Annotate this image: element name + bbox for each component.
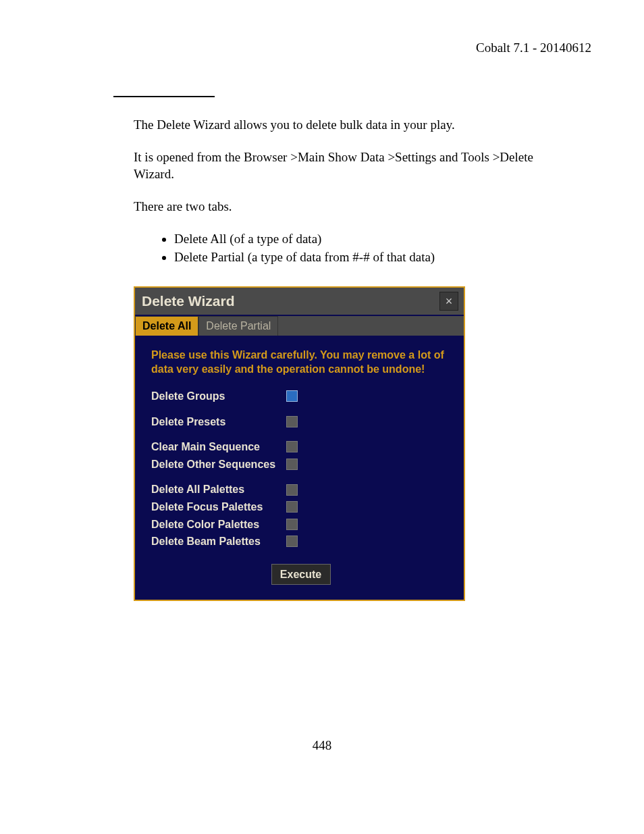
body-text: The Delete Wizard allows you to delete b… (134, 116, 564, 601)
tab-delete-all[interactable]: Delete All (135, 316, 198, 336)
execute-button[interactable]: Execute (271, 564, 331, 585)
window-title: Delete Wizard (142, 292, 235, 311)
option-label: Delete Other Sequences (151, 457, 286, 472)
delete-wizard-window: Delete Wizard × Delete All Delete Partia… (134, 286, 465, 601)
page-number: 448 (0, 738, 644, 753)
paragraph-2: It is opened from the Browser >Main Show… (134, 149, 564, 183)
checkbox[interactable] (286, 519, 298, 530)
checkbox[interactable] (286, 416, 298, 427)
checkbox[interactable] (286, 501, 298, 513)
page-header: Cobalt 7.1 - 20140612 (53, 41, 591, 55)
tab-bar: Delete All Delete Partial (135, 316, 464, 336)
option-label: Clear Main Sequence (151, 440, 286, 454)
option-rows: Delete GroupsDelete PresetsClear Main Se… (151, 389, 450, 549)
paragraph-1: The Delete Wizard allows you to delete b… (134, 116, 564, 134)
warning-text: Please use this Wizard carefully. You ma… (151, 348, 450, 377)
option-row: Clear Main Sequence (151, 440, 450, 454)
bullet-list: Delete All (of a type of data) Delete Pa… (161, 230, 564, 266)
option-row: Delete Beam Palettes (151, 534, 450, 549)
option-row: Delete Presets (151, 415, 450, 429)
option-row: Delete All Palettes (151, 482, 450, 497)
option-label: Delete Groups (151, 389, 286, 404)
option-label: Delete Focus Palettes (151, 500, 286, 515)
checkbox[interactable] (286, 536, 298, 547)
checkbox[interactable] (286, 390, 298, 402)
bullet-item: Delete All (of a type of data) (174, 230, 564, 248)
titlebar: Delete Wizard × (135, 288, 464, 315)
option-row: Delete Other Sequences (151, 457, 450, 472)
option-label: Delete Presets (151, 415, 286, 429)
option-label: Delete Beam Palettes (151, 534, 286, 549)
checkbox[interactable] (286, 484, 298, 496)
option-label: Delete All Palettes (151, 482, 286, 497)
option-row: Delete Groups (151, 389, 450, 404)
bullet-item: Delete Partial (a type of data from #-# … (174, 249, 564, 266)
section-rule (113, 96, 215, 97)
option-row: Delete Color Palettes (151, 517, 450, 532)
checkbox[interactable] (286, 459, 298, 470)
checkbox[interactable] (286, 441, 298, 452)
close-icon[interactable]: × (439, 292, 458, 311)
paragraph-3: There are two tabs. (134, 198, 564, 215)
tab-delete-partial[interactable]: Delete Partial (198, 316, 278, 336)
option-label: Delete Color Palettes (151, 517, 286, 532)
option-row: Delete Focus Palettes (151, 500, 450, 515)
wizard-panel: Please use this Wizard carefully. You ma… (135, 336, 464, 600)
